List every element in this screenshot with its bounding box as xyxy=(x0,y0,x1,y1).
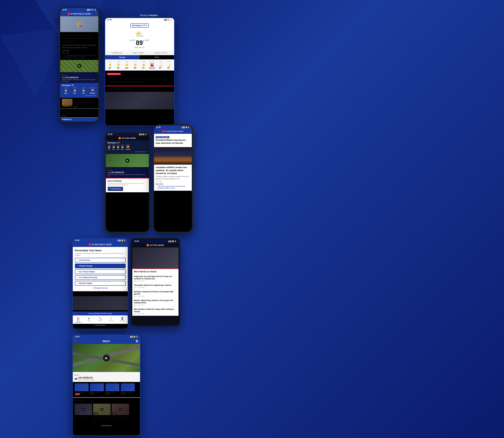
sun-icon-3: ☀️ xyxy=(80,89,88,92)
action-news-header: C ACTION NEWS xyxy=(106,136,149,141)
judge-date: June 8 xyxy=(62,115,97,116)
channel-3[interactable]: Eyewitness News 7:00 pm xyxy=(105,383,119,396)
play-button[interactable]: ▶ xyxy=(77,64,81,68)
weather-hourly-row: 4 PM ☀️ 101° 5 PM ☀️ 96° 6 PM ☀️ 89° xyxy=(62,87,97,94)
watch-play-btn[interactable]: ▶ xyxy=(103,354,110,361)
channel-schedule-row: Eyewitness News On Now 5:30 pm Eyewitnes… xyxy=(73,382,140,397)
action-la-desc: Stream Southern California News Leader a… xyxy=(108,174,147,177)
action-story-4[interactable]: World's Ugliest Dog contest in CA accept… xyxy=(132,298,178,307)
channel-thumb-1 xyxy=(74,383,89,391)
human-rights-btn[interactable]: + U.S. Human Rights xyxy=(75,269,126,274)
action-sun-3: ☀️ xyxy=(116,146,119,149)
developing-logo: 7 EYEWITNESS NEWS xyxy=(162,130,184,133)
action-play-btn[interactable]: ▶ xyxy=(125,158,129,163)
hourly-col-8: 8 PM 🌙 87° xyxy=(165,61,172,69)
developing-phone: 12:48 ▐▐▐ 📶 🔋 7 EYEWITNESS NEWS DEVELOPI… xyxy=(153,124,193,233)
play-btn-3[interactable]: ▶ xyxy=(119,408,122,411)
personalize-status-bar: 12:48 ▐▐▐ 📶 🔋 xyxy=(73,239,128,242)
alert-title: Weather alert Canadian wildfire smoke li… xyxy=(107,76,172,84)
action-story-5-title: Man mauled to death by 4 dogs while work… xyxy=(134,308,177,313)
judge-story-row[interactable]: Judge who once did legal work for Trump … xyxy=(60,109,98,118)
road-thumbnail[interactable]: ▶ xyxy=(60,60,98,72)
action-la-icon: 📺 xyxy=(108,171,110,173)
channel-2[interactable]: Eyewitness News 6:00 pm xyxy=(90,383,104,396)
action-time: 12:48 xyxy=(108,133,113,135)
gloria-story-row[interactable]: 🎤 CELEBRATION... Gloria Molina celebrate… xyxy=(60,98,98,109)
main-news-body[interactable]: Unlawful southern border entries down 70… xyxy=(60,32,98,60)
play-btn-2[interactable]: ▶ xyxy=(100,408,104,411)
watch-status-icons: ▐▐▐ 📶 🔋 xyxy=(129,336,138,338)
weather-location: Burlington, VT xyxy=(62,84,97,86)
main-time: 1 hour ago xyxy=(62,50,97,52)
action-story-5[interactable]: Man mauled to death by 4 dogs while work… xyxy=(132,307,178,316)
climate-interest-btn[interactable]: + Climate Change xyxy=(75,263,126,268)
top-news-3[interactable]: 2:30 ▶ Family devastated after mother, g… xyxy=(112,404,129,421)
personalize-status-icons: ▐▐▐ 📶 🔋 xyxy=(117,240,126,241)
sun-icon-2: ☀️ xyxy=(71,89,79,92)
hombre-banner[interactable]: HOMBRE DE... xyxy=(60,118,98,121)
action-story-1-time: Mar 7, 12:24 PM xyxy=(134,280,177,282)
personalize-desc: Customize the interests that mean the mo… xyxy=(75,252,126,256)
action-story-3[interactable]: Burbank restaurant hit hard by shockingl… xyxy=(132,289,178,298)
humidity: Humidity: 33% xyxy=(112,52,122,54)
national-security-btn[interactable]: + U.S. National Security xyxy=(75,275,126,280)
nav-my-news[interactable]: 👤 My News xyxy=(117,317,128,323)
main-phone-header: 7 EYEWITNESS NEWS xyxy=(60,11,98,16)
wildfire-section[interactable]: Canadian wildfire smoke live updates: Ai… xyxy=(154,165,192,191)
action-story-1[interactable]: Judge who once did legal work for Trump … xyxy=(132,274,178,283)
action-la-row: 📺 LOS ANGELES xyxy=(108,171,147,173)
weather-stats: Humidity: 33% Wind: S 9 MPH Pressure: 29… xyxy=(105,51,174,55)
la-live-section[interactable]: LIVE 📺 LOS ANGELES Stream Southern Calif… xyxy=(60,72,98,83)
wildfire-related-item[interactable]: What does New York City look like from C… xyxy=(157,186,190,189)
weather-alert-section[interactable]: WEATHER ALERT Weather alert Canadian wil… xyxy=(105,70,174,86)
related-item[interactable]: 16 South American migrants who entered U… xyxy=(63,55,97,58)
action-tablet-hero[interactable] xyxy=(132,247,178,268)
nav-home[interactable]: 🏠 Home xyxy=(73,317,84,323)
action-tablet-logo-text: ACTION NEWS xyxy=(150,244,164,246)
corona-interest-btn[interactable]: + Corona Virus xyxy=(75,258,126,263)
abortion-rights-btn[interactable]: + Abortion Rights xyxy=(75,281,126,286)
top-news-thumb-1: 2:30 ▶ xyxy=(74,404,92,415)
action-la-section[interactable]: LIVE 📺 LOS ANGELES Stream Southern Calif… xyxy=(106,167,149,178)
action-story-4-title: World's Ugliest Dog contest in CA accept… xyxy=(134,299,177,304)
watch-label: Watch xyxy=(103,340,110,343)
wh-icon-4: ☀️ xyxy=(132,63,139,66)
developing-header: 7 EYEWITNESS NEWS xyxy=(154,129,192,134)
hourly-tab[interactable]: Hourly xyxy=(105,55,140,59)
personalize-stories-img[interactable] xyxy=(73,296,128,310)
manage-interests-link[interactable]: ⊙ Manage Interests xyxy=(75,287,126,289)
watch-la-icon: 📺 xyxy=(74,377,77,380)
channel-4[interactable]: Eyewitness News 7:30 pm xyxy=(121,383,135,396)
more-stories-image[interactable] xyxy=(105,92,174,109)
pressure: Pressure: 29.97 in xyxy=(155,52,167,54)
main-desc: The decrease comes as two top immigratio… xyxy=(62,44,97,49)
action-forecast-link[interactable]: View full forecast ↗ xyxy=(108,151,147,153)
daily-tab[interactable]: Daily xyxy=(140,55,174,59)
location-select[interactable]: Burlington, VT ▾ xyxy=(130,23,149,27)
view-forecast-link[interactable]: View full forecast › xyxy=(62,95,97,96)
weather-widget: Burlington, VT 4 PM ☀️ 101° 5 PM ☀️ 96° … xyxy=(60,83,98,98)
eyewitness-logo: 7 EYEWITNESS NEWS xyxy=(68,12,91,15)
action-tablet-icons: ▐▐▐ 📶 🔋 xyxy=(168,241,176,242)
action-story-2[interactable]: Thousands attend sit-in against gun viol… xyxy=(132,283,178,289)
status-time: 12:48 xyxy=(62,9,67,11)
add-corona-btn[interactable]: + Corona Virus xyxy=(108,187,123,191)
developing-news-body[interactable]: DEVELOPING NEWS President Biden announce… xyxy=(154,134,192,147)
top-news-1[interactable]: 2:30 ▶ One killed in shooting at LA Live… xyxy=(74,404,92,421)
channel-thumb-3 xyxy=(105,383,119,391)
action-story-1-title: Judge who once did legal work for Trump … xyxy=(134,275,177,280)
action-aerial-thumb[interactable]: ▶ xyxy=(106,154,149,167)
wildfire-desc: Canadian wildfire smoke live updates: Wo… xyxy=(156,175,190,180)
channel-1[interactable]: Eyewitness News On Now 5:30 pm xyxy=(74,383,89,396)
nav-weather[interactable]: ⛅ Weather xyxy=(106,317,117,323)
watch-main-video[interactable]: ▶ xyxy=(73,344,140,372)
status-icons: ▐▐▐ WiFi 🔋 xyxy=(86,9,96,11)
action-story-4-time: Mar 7, 12:24 PM xyxy=(134,304,177,306)
nav-explore[interactable]: 🔍 Explore xyxy=(95,317,106,323)
play-btn-1[interactable]: ▶ xyxy=(82,408,85,411)
top-news-2[interactable]: 2:30 ▶ Gloria Molina celebrated for trai… xyxy=(93,404,111,421)
duration-2: 2:30 xyxy=(94,412,98,414)
action-sun-2: ☀️ xyxy=(112,146,115,149)
nav-watch[interactable]: ▶ Watch xyxy=(84,317,95,323)
personalize-header: 7 EYEWITNESS NEWS xyxy=(73,242,128,247)
